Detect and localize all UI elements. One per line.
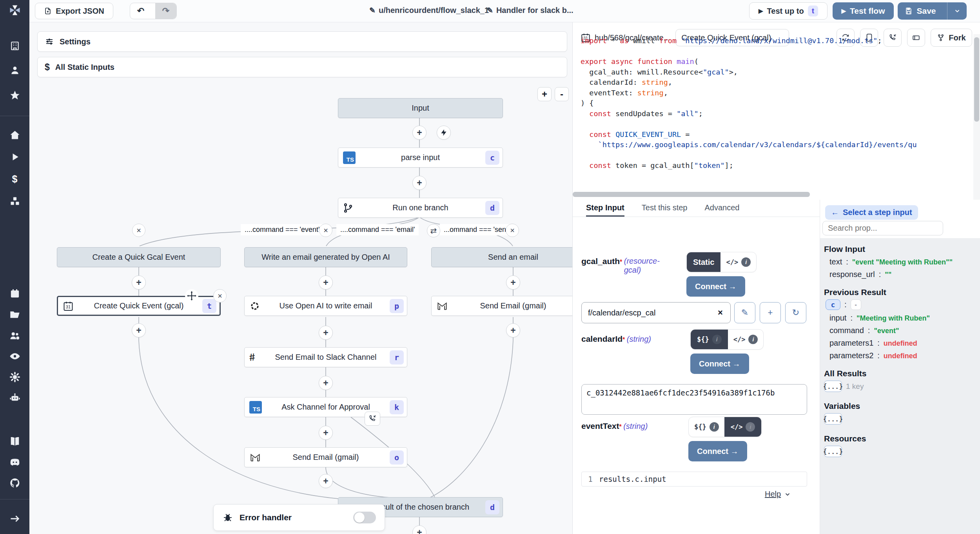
- undo-button[interactable]: ↶: [130, 3, 151, 19]
- resources-boxes-icon[interactable]: [9, 196, 20, 207]
- prop-value: undefined: [884, 339, 917, 348]
- gcal-auth-value-input[interactable]: [581, 302, 731, 323]
- variables-object-button[interactable]: {...}: [824, 413, 842, 425]
- add-step-button[interactable]: +: [132, 323, 146, 337]
- folders-icon[interactable]: [9, 309, 20, 320]
- flow-path-breadcrumb[interactable]: ✎ u/henricourdent/flow_slack_1: [369, 6, 489, 15]
- move-step-handle[interactable]: [185, 289, 198, 303]
- node-result-label: Result of the chosen branch: [372, 503, 469, 512]
- prop-row[interactable]: text:"event "Meeting with Ruben"": [829, 257, 977, 266]
- add-step-button[interactable]: +: [319, 275, 333, 290]
- mode-template-option[interactable]: ${}i: [689, 422, 724, 432]
- save-dropdown-button[interactable]: [947, 2, 967, 20]
- resources-object-button[interactable]: {...}: [824, 446, 842, 457]
- delete-step-button[interactable]: ×: [213, 289, 227, 303]
- tab-test-this-step[interactable]: Test this step: [642, 200, 688, 217]
- select-step-input-button[interactable]: ← Select a step input: [825, 205, 918, 220]
- runs-play-icon[interactable]: [10, 152, 20, 162]
- swap-branches-button[interactable]: ⇄: [427, 224, 440, 237]
- node-send-email-gmail-mid[interactable]: Send Email (gmail) o: [244, 447, 407, 467]
- error-handler-toggle[interactable]: [353, 512, 376, 523]
- github-icon[interactable]: [9, 477, 21, 489]
- prev-step-badge[interactable]: c: [826, 299, 840, 310]
- search-prop-input[interactable]: [822, 221, 943, 235]
- tab-advanced[interactable]: Advanced: [704, 200, 739, 217]
- flow-canvas[interactable]: Settings $ All Static Inputs + - Input +…: [29, 22, 572, 534]
- svg-text:31: 31: [66, 304, 71, 309]
- add-step-button[interactable]: +: [319, 376, 333, 390]
- groups-icon[interactable]: [9, 330, 20, 342]
- delete-branch-button[interactable]: ×: [319, 224, 332, 237]
- save-button[interactable]: Save: [898, 2, 943, 20]
- gcal-auth-connect-button[interactable]: Connect →: [686, 276, 745, 297]
- test-flow-button[interactable]: ▶ Test flow: [833, 2, 894, 20]
- branch-header-openai-email[interactable]: Write an email generated by Open AI: [244, 247, 407, 267]
- all-results-object-button[interactable]: {...}: [824, 381, 842, 392]
- eventtext-connect-button[interactable]: Connect →: [688, 441, 747, 461]
- windmill-logo-icon[interactable]: [9, 4, 21, 16]
- node-run-one-branch[interactable]: Run one branch d: [338, 198, 503, 218]
- add-step-button[interactable]: +: [506, 323, 520, 337]
- add-step-button[interactable]: +: [412, 126, 426, 140]
- workspace-icon[interactable]: [10, 41, 20, 51]
- branch-header-send-email[interactable]: Send an email: [431, 247, 572, 267]
- add-step-button[interactable]: +: [132, 275, 146, 290]
- trigger-bolt-button[interactable]: [437, 126, 451, 140]
- prop-row[interactable]: input:"Meeting with Ruben": [829, 313, 977, 323]
- file-export-icon: [44, 7, 52, 15]
- node-send-email-gmail-right[interactable]: Send Email (gmail): [431, 296, 572, 316]
- export-json-button[interactable]: Export JSON: [35, 3, 113, 19]
- test-up-to-button[interactable]: ▶ Test up to t: [749, 2, 828, 20]
- flow-summary-breadcrumb[interactable]: ✎ Handler for slack b...: [487, 6, 573, 15]
- prop-key: command: [829, 326, 864, 335]
- tab-step-input[interactable]: Step Input: [586, 200, 624, 217]
- delete-branch-button[interactable]: ×: [132, 224, 145, 237]
- calendarid-connect-button[interactable]: Connect →: [690, 354, 749, 374]
- prop-row[interactable]: parameters1:undefined: [829, 339, 977, 348]
- branch-header-gcal-event[interactable]: Create a Quick Gcal Event: [57, 247, 221, 267]
- add-step-button[interactable]: +: [319, 326, 333, 340]
- prop-row[interactable]: parameters2:undefined: [829, 351, 977, 360]
- prop-row[interactable]: response_url:"": [829, 270, 977, 279]
- suspend-approval-button[interactable]: [365, 412, 380, 426]
- collapse-button[interactable]: -: [851, 299, 861, 310]
- add-step-button[interactable]: +: [319, 426, 333, 440]
- add-step-button[interactable]: +: [319, 474, 333, 488]
- node-openai-write-email[interactable]: Use Open AI to write email p: [244, 296, 407, 316]
- node-input[interactable]: Input: [338, 98, 503, 118]
- node-parse-input[interactable]: TS parse input c: [338, 148, 503, 168]
- code-editor[interactable]: import * as wmill from "https://deno.lan…: [573, 36, 968, 172]
- schedules-calendar-icon[interactable]: [9, 288, 20, 299]
- clear-value-icon[interactable]: ×: [718, 308, 723, 318]
- prop-row[interactable]: command:"event": [829, 326, 977, 335]
- settings-gear-icon[interactable]: [9, 372, 20, 383]
- node-ask-channel-approval[interactable]: TS Ask Channel for Approval k: [244, 397, 407, 417]
- mode-template-active[interactable]: ${}i: [691, 330, 728, 349]
- help-link[interactable]: Help: [765, 490, 791, 499]
- variables-dollar-icon[interactable]: $: [12, 173, 18, 185]
- add-step-button[interactable]: +: [412, 176, 426, 190]
- node-send-email-slack[interactable]: # Send Email to Slack Channel r: [244, 347, 407, 367]
- home-icon[interactable]: [9, 129, 20, 140]
- mode-static-active[interactable]: Static: [687, 252, 720, 272]
- docs-book-icon[interactable]: [9, 436, 20, 447]
- add-step-button[interactable]: +: [506, 275, 520, 290]
- delete-branch-button[interactable]: ×: [506, 224, 519, 237]
- mode-code-option[interactable]: </>i: [728, 335, 764, 344]
- add-resource-button[interactable]: +: [760, 302, 781, 323]
- redo-button[interactable]: ↷: [155, 3, 176, 19]
- collapse-arrow-icon[interactable]: [9, 513, 20, 524]
- code-vertical-scrollbar[interactable]: [973, 34, 980, 203]
- audit-eye-icon[interactable]: [9, 351, 20, 362]
- discord-icon[interactable]: [9, 456, 21, 468]
- mode-code-active[interactable]: </>i: [724, 417, 762, 437]
- ai-bot-icon[interactable]: [9, 392, 21, 403]
- user-icon[interactable]: [10, 65, 20, 75]
- edit-resource-button[interactable]: ✎: [734, 302, 755, 323]
- mode-code-option[interactable]: </>i: [720, 257, 756, 267]
- favorites-star-icon[interactable]: [9, 90, 20, 101]
- calendarid-value-textarea[interactable]: c_0312442e881ae6fcf1dec23f54916a389f1c17…: [581, 384, 807, 415]
- refresh-resource-button[interactable]: ↻: [785, 302, 806, 323]
- code-horizontal-scrollbar[interactable]: [573, 191, 968, 198]
- eventtext-expression-editor[interactable]: 1 results.c.input: [581, 472, 807, 487]
